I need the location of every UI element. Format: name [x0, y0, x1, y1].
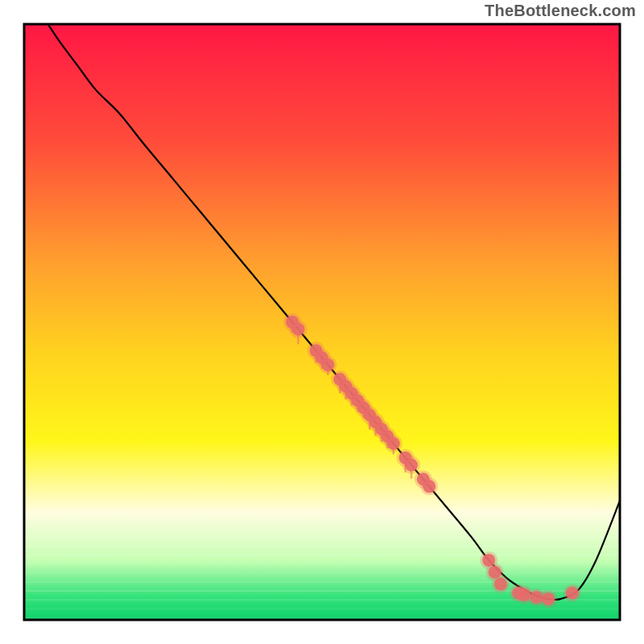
svg-rect-4: [24, 564, 620, 565]
svg-rect-40: [393, 448, 394, 455]
gradient-background: [24, 24, 620, 620]
marker-dot: [566, 587, 579, 600]
marker-dot: [542, 592, 555, 605]
marker-dot: [494, 578, 507, 591]
marker-dot: [321, 358, 334, 371]
watermark-text: TheBottleneck.com: [485, 2, 636, 20]
marker-dot: [291, 323, 304, 336]
svg-rect-6: [24, 581, 620, 583]
svg-rect-14: [297, 334, 299, 345]
svg-rect-2: [24, 546, 620, 547]
svg-rect-20: [327, 369, 328, 375]
svg-rect-44: [411, 470, 412, 479]
bottleneck-chart: [0, 0, 644, 644]
marker-dot: [387, 437, 400, 450]
svg-rect-9: [24, 608, 620, 609]
chart-container: TheBottleneck.com: [0, 0, 644, 644]
svg-rect-3: [24, 555, 620, 556]
marker-dot: [405, 459, 418, 472]
marker-dot: [423, 480, 436, 493]
svg-rect-1: [24, 536, 620, 538]
svg-rect-10: [24, 617, 620, 618]
svg-rect-5: [24, 572, 620, 574]
